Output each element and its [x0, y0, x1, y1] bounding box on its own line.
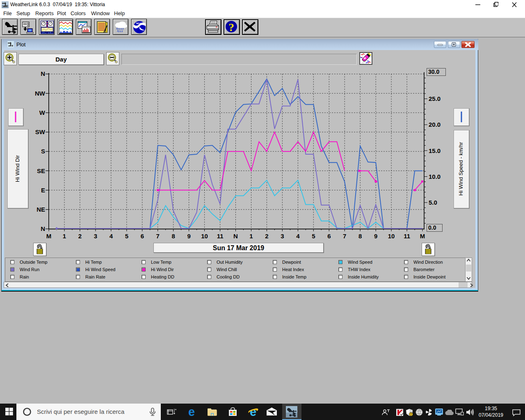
svg-text:W: W	[39, 109, 46, 116]
svg-text:SW: SW	[35, 128, 46, 135]
svg-text:N: N	[233, 233, 238, 240]
svg-text:3: 3	[281, 233, 284, 240]
svg-text:2: 2	[265, 233, 268, 240]
svg-text:4: 4	[110, 233, 113, 240]
svg-text:6: 6	[327, 233, 331, 240]
svg-text:7: 7	[156, 233, 160, 240]
svg-text:8: 8	[358, 233, 362, 240]
svg-text:4: 4	[296, 233, 300, 240]
svg-text:5.0: 5.0	[429, 199, 437, 206]
svg-text:9: 9	[374, 233, 377, 240]
svg-text:e: e	[250, 406, 256, 418]
svg-text:5: 5	[125, 233, 128, 240]
svg-text:10: 10	[201, 233, 208, 240]
svg-text:NE: NE	[37, 206, 45, 213]
svg-text:e: e	[188, 406, 195, 418]
svg-text:9: 9	[187, 233, 190, 240]
svg-text:N: N	[41, 70, 45, 77]
svg-text:10: 10	[388, 233, 395, 240]
svg-text:11: 11	[404, 233, 410, 240]
svg-text:1: 1	[249, 233, 253, 240]
svg-text:E: E	[41, 187, 45, 194]
svg-text:SE: SE	[37, 167, 45, 174]
svg-text:11: 11	[217, 233, 224, 240]
svg-text:M: M	[420, 233, 425, 240]
svg-text:NW: NW	[35, 90, 46, 97]
svg-text:25.0: 25.0	[429, 95, 441, 102]
svg-text:20.0: 20.0	[429, 121, 441, 128]
svg-text:8: 8	[172, 233, 175, 240]
svg-text:5: 5	[312, 233, 315, 240]
svg-text:N: N	[41, 225, 45, 232]
svg-text:1: 1	[63, 233, 66, 240]
svg-text:2: 2	[78, 233, 82, 240]
svg-text:15.0: 15.0	[429, 147, 441, 154]
svg-text:S: S	[41, 148, 45, 155]
svg-text:10.0: 10.0	[429, 173, 441, 180]
svg-text:7: 7	[343, 233, 346, 240]
svg-text:M: M	[46, 233, 52, 240]
svg-text:6: 6	[141, 233, 144, 240]
svg-text:3: 3	[94, 233, 97, 240]
